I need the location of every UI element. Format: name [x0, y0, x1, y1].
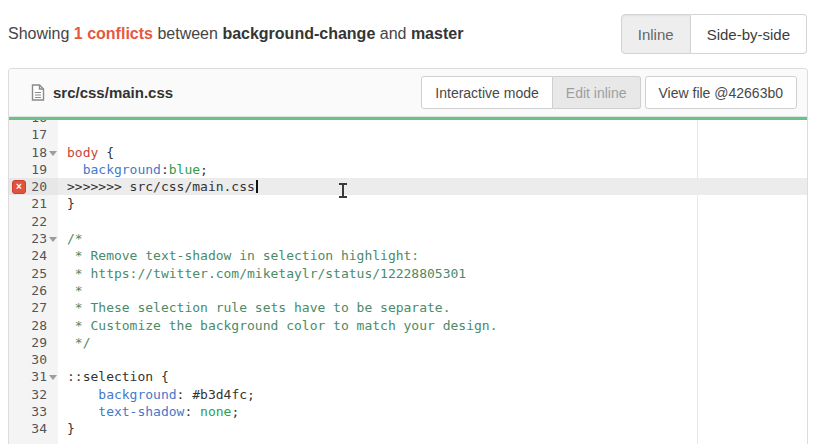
- fold-toggle-icon[interactable]: [49, 375, 57, 380]
- conflict-summary-bar: Showing 1 conflicts between background-c…: [0, 0, 816, 68]
- code-line[interactable]: 31::selection {: [9, 368, 807, 385]
- line-number: 20: [31, 179, 47, 194]
- code-editor[interactable]: 161718body {19 background:blue;×20>>>>>>…: [9, 120, 807, 444]
- line-number: 28: [31, 318, 47, 333]
- conflict-count: 1 conflicts: [74, 25, 153, 42]
- gutter-cell[interactable]: ×20: [9, 178, 58, 195]
- line-number: 34: [31, 421, 47, 436]
- line-number: 29: [31, 335, 47, 350]
- line-number: 30: [31, 352, 47, 367]
- edit-inline-button[interactable]: Edit inline: [553, 76, 641, 109]
- conflict-summary-text: Showing 1 conflicts between background-c…: [8, 25, 463, 43]
- code-line[interactable]: 23/*: [9, 230, 807, 247]
- gutter-cell[interactable]: 19: [9, 161, 58, 178]
- code-line[interactable]: 22: [9, 213, 807, 230]
- file-icon: [31, 84, 45, 101]
- code-line[interactable]: 19 background:blue;: [9, 161, 807, 178]
- code-line[interactable]: ×20>>>>>>> src/css/main.css: [9, 178, 807, 195]
- summary-between: between: [157, 25, 218, 42]
- code-line-text[interactable]: background: #b3d4fc;: [58, 386, 255, 403]
- code-line-text[interactable]: background:blue;: [58, 161, 208, 178]
- gutter-cell[interactable]: 17: [9, 126, 58, 143]
- gutter-cell[interactable]: 24: [9, 247, 58, 264]
- view-file-button[interactable]: View file @42663b0: [645, 76, 797, 109]
- line-number: 21: [31, 196, 47, 211]
- gutter-cell[interactable]: 32: [9, 386, 58, 403]
- code-line-text[interactable]: */: [58, 334, 90, 351]
- code-line-text[interactable]: * These selection rule sets have to be s…: [58, 299, 451, 316]
- code-lines: 161718body {19 background:blue;×20>>>>>>…: [9, 120, 807, 438]
- code-line-text[interactable]: /*: [58, 230, 83, 247]
- line-number: 33: [31, 404, 47, 419]
- edit-mode-toggle: Interactive mode Edit inline: [421, 76, 640, 109]
- view-mode-toggle: Inline Side-by-side: [621, 14, 807, 54]
- ibeam-mouse-cursor: [338, 183, 347, 198]
- code-line[interactable]: 30: [9, 351, 807, 368]
- code-line-text[interactable]: [58, 351, 67, 368]
- code-line-text[interactable]: * Customize the background color to matc…: [58, 317, 497, 334]
- code-line[interactable]: 17: [9, 126, 807, 143]
- code-line-text[interactable]: [58, 213, 67, 230]
- code-line-text[interactable]: text-shadow: none;: [58, 403, 239, 420]
- code-line[interactable]: 32 background: #b3d4fc;: [9, 386, 807, 403]
- gutter-cell[interactable]: 23: [9, 230, 58, 247]
- line-number: 25: [31, 266, 47, 281]
- line-number: 32: [31, 387, 47, 402]
- target-branch-name: master: [411, 25, 463, 42]
- code-line-text[interactable]: }: [58, 195, 75, 212]
- gutter-cell[interactable]: 30: [9, 351, 58, 368]
- code-line[interactable]: 24 * Remove text-shadow in selection hig…: [9, 247, 807, 264]
- source-branch-name: background-change: [222, 25, 375, 42]
- text-caret: [256, 180, 258, 193]
- code-line[interactable]: 21}: [9, 195, 807, 212]
- file-header-actions: Interactive mode Edit inline View file @…: [421, 76, 797, 109]
- code-line[interactable]: 26 *: [9, 282, 807, 299]
- file-header: src/css/main.css Interactive mode Edit i…: [9, 69, 807, 117]
- gutter-cell[interactable]: 28: [9, 317, 58, 334]
- line-number: 18: [31, 145, 47, 160]
- gutter-cell[interactable]: 29: [9, 334, 58, 351]
- summary-and: and: [380, 25, 407, 42]
- code-line-text[interactable]: ::selection {: [58, 368, 169, 385]
- code-line-text[interactable]: >>>>>>> src/css/main.css: [58, 178, 258, 195]
- file-path: src/css/main.css: [53, 84, 173, 101]
- file-panel: src/css/main.css Interactive mode Edit i…: [8, 68, 808, 444]
- gutter-cell[interactable]: 34: [9, 420, 58, 437]
- gutter-cell[interactable]: 25: [9, 265, 58, 282]
- gutter-cell[interactable]: 31: [9, 368, 58, 385]
- fold-toggle-icon[interactable]: [49, 151, 57, 156]
- gutter-cell[interactable]: 18: [9, 144, 58, 161]
- code-line[interactable]: 28 * Customize the background color to m…: [9, 317, 807, 334]
- line-number: 22: [31, 214, 47, 229]
- code-line-text[interactable]: * https://twitter.com/miketaylr/status/1…: [58, 265, 466, 282]
- side-by-side-view-button[interactable]: Side-by-side: [691, 14, 807, 54]
- code-line[interactable]: 27 * These selection rule sets have to b…: [9, 299, 807, 316]
- gutter-cell[interactable]: 21: [9, 195, 58, 212]
- code-line-text[interactable]: }: [58, 420, 75, 437]
- inline-view-button[interactable]: Inline: [621, 14, 691, 54]
- gutter-cell[interactable]: 26: [9, 282, 58, 299]
- code-line-text[interactable]: *: [58, 282, 83, 299]
- summary-prefix: Showing: [8, 25, 69, 42]
- line-number: 27: [31, 300, 47, 315]
- code-line-text[interactable]: * Remove text-shadow in selection highli…: [58, 247, 419, 264]
- line-number: 26: [31, 283, 47, 298]
- code-line[interactable]: 18body {: [9, 144, 807, 161]
- line-number: 31: [31, 369, 47, 384]
- error-icon: ×: [12, 180, 26, 194]
- gutter-cell[interactable]: 33: [9, 403, 58, 420]
- fold-toggle-icon[interactable]: [49, 237, 57, 242]
- code-line-text[interactable]: [58, 126, 67, 143]
- gutter-cell[interactable]: 27: [9, 299, 58, 316]
- line-number: 16: [31, 120, 47, 125]
- line-number: 23: [31, 231, 47, 246]
- code-line[interactable]: 34}: [9, 420, 807, 437]
- line-number: 24: [31, 248, 47, 263]
- gutter-cell[interactable]: 22: [9, 213, 58, 230]
- code-line[interactable]: 29 */: [9, 334, 807, 351]
- interactive-mode-button[interactable]: Interactive mode: [421, 76, 553, 109]
- code-line[interactable]: 33 text-shadow: none;: [9, 403, 807, 420]
- code-line-text[interactable]: body {: [58, 144, 114, 161]
- code-line[interactable]: 25 * https://twitter.com/miketaylr/statu…: [9, 265, 807, 282]
- line-number: 19: [31, 162, 47, 177]
